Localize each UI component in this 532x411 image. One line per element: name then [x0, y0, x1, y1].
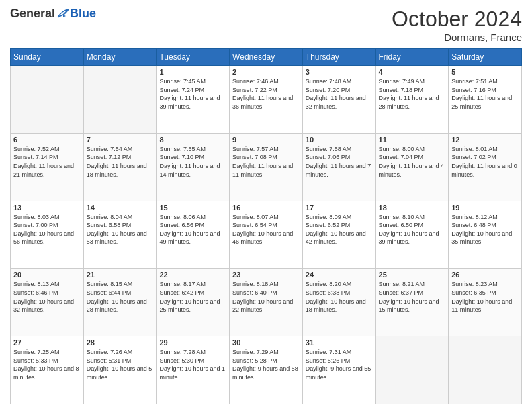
- day-number: 27: [13, 338, 81, 347]
- table-row: 11Sunrise: 8:00 AMSunset: 7:04 PMDayligh…: [375, 133, 449, 201]
- day-info: Sunrise: 7:45 AMSunset: 7:24 PMDaylight:…: [159, 77, 226, 111]
- col-saturday: Saturday: [449, 49, 522, 66]
- day-number: 19: [451, 203, 519, 212]
- calendar-header-row: Sunday Monday Tuesday Wednesday Thursday…: [11, 49, 522, 66]
- day-info: Sunrise: 8:03 AMSunset: 7:00 PMDaylight:…: [13, 213, 81, 246]
- day-number: 30: [232, 338, 300, 347]
- table-row: 21Sunrise: 8:15 AMSunset: 6:44 PMDayligh…: [83, 269, 157, 336]
- day-number: 3: [306, 68, 373, 76]
- day-info: Sunrise: 8:12 AMSunset: 6:48 PMDaylight:…: [451, 213, 519, 246]
- day-info: Sunrise: 7:54 AMSunset: 7:12 PMDaylight:…: [87, 145, 154, 179]
- table-row: 28Sunrise: 7:26 AMSunset: 5:31 PMDayligh…: [83, 336, 157, 404]
- day-number: 1: [159, 68, 226, 76]
- col-tuesday: Tuesday: [157, 49, 230, 66]
- day-info: Sunrise: 8:20 AMSunset: 6:38 PMDaylight:…: [306, 280, 373, 314]
- day-number: 18: [379, 203, 446, 212]
- day-info: Sunrise: 8:07 AMSunset: 6:54 PMDaylight:…: [232, 213, 300, 246]
- table-row: 1Sunrise: 7:45 AMSunset: 7:24 PMDaylight…: [157, 66, 230, 134]
- day-number: 29: [159, 338, 226, 347]
- day-info: Sunrise: 8:13 AMSunset: 6:46 PMDaylight:…: [13, 280, 81, 314]
- day-info: Sunrise: 8:23 AMSunset: 6:35 PMDaylight:…: [451, 280, 519, 314]
- table-row: 30Sunrise: 7:29 AMSunset: 5:28 PMDayligh…: [230, 336, 303, 404]
- day-info: Sunrise: 7:28 AMSunset: 5:30 PMDaylight:…: [159, 348, 226, 381]
- table-row: 5Sunrise: 7:51 AMSunset: 7:16 PMDaylight…: [449, 66, 522, 134]
- calendar-week-4: 20Sunrise: 8:13 AMSunset: 6:46 PMDayligh…: [11, 269, 522, 336]
- table-row: 12Sunrise: 8:01 AMSunset: 7:02 PMDayligh…: [449, 133, 522, 201]
- table-row: 23Sunrise: 8:18 AMSunset: 6:40 PMDayligh…: [230, 269, 303, 336]
- table-row: 10Sunrise: 7:58 AMSunset: 7:06 PMDayligh…: [302, 133, 375, 201]
- day-number: 17: [306, 203, 373, 212]
- col-thursday: Thursday: [302, 49, 375, 66]
- day-info: Sunrise: 8:04 AMSunset: 6:58 PMDaylight:…: [87, 213, 154, 246]
- day-info: Sunrise: 7:25 AMSunset: 5:33 PMDaylight:…: [13, 348, 81, 381]
- day-number: 4: [379, 68, 446, 76]
- day-info: Sunrise: 7:46 AMSunset: 7:22 PMDaylight:…: [232, 77, 300, 111]
- location: Dormans, France: [392, 32, 522, 43]
- table-row: 18Sunrise: 8:10 AMSunset: 6:50 PMDayligh…: [375, 201, 449, 269]
- day-number: 8: [159, 136, 226, 144]
- col-sunday: Sunday: [11, 49, 84, 66]
- logo: General Blue: [10, 7, 96, 21]
- table-row: 14Sunrise: 8:04 AMSunset: 6:58 PMDayligh…: [83, 201, 157, 269]
- day-info: Sunrise: 7:58 AMSunset: 7:06 PMDaylight:…: [306, 145, 373, 179]
- calendar-week-3: 13Sunrise: 8:03 AMSunset: 7:00 PMDayligh…: [11, 201, 522, 269]
- day-number: 26: [451, 271, 519, 279]
- logo-bird-icon: [56, 8, 70, 20]
- day-info: Sunrise: 7:57 AMSunset: 7:08 PMDaylight:…: [232, 145, 300, 179]
- table-row: 25Sunrise: 8:21 AMSunset: 6:37 PMDayligh…: [375, 269, 449, 336]
- day-number: 11: [379, 136, 446, 144]
- table-row: 16Sunrise: 8:07 AMSunset: 6:54 PMDayligh…: [230, 201, 303, 269]
- day-info: Sunrise: 7:49 AMSunset: 7:18 PMDaylight:…: [379, 77, 446, 111]
- col-monday: Monday: [83, 49, 157, 66]
- month-title: October 2024: [392, 7, 522, 32]
- table-row: 3Sunrise: 7:48 AMSunset: 7:20 PMDaylight…: [302, 66, 375, 134]
- day-number: 16: [232, 203, 300, 212]
- day-info: Sunrise: 7:31 AMSunset: 5:26 PMDaylight:…: [306, 348, 373, 381]
- table-row: 29Sunrise: 7:28 AMSunset: 5:30 PMDayligh…: [157, 336, 230, 404]
- title-block: October 2024 Dormans, France: [392, 7, 522, 43]
- table-row: 26Sunrise: 8:23 AMSunset: 6:35 PMDayligh…: [449, 269, 522, 336]
- day-number: 12: [451, 136, 519, 144]
- day-number: 9: [232, 136, 300, 144]
- day-number: 5: [451, 68, 519, 76]
- day-number: 14: [87, 203, 154, 212]
- day-info: Sunrise: 8:17 AMSunset: 6:42 PMDaylight:…: [159, 280, 226, 314]
- table-row: 9Sunrise: 7:57 AMSunset: 7:08 PMDaylight…: [230, 133, 303, 201]
- table-row: [11, 66, 84, 134]
- day-number: 21: [87, 271, 154, 279]
- table-row: 17Sunrise: 8:09 AMSunset: 6:52 PMDayligh…: [302, 201, 375, 269]
- calendar-week-1: 1Sunrise: 7:45 AMSunset: 7:24 PMDaylight…: [11, 66, 522, 134]
- day-info: Sunrise: 8:01 AMSunset: 7:02 PMDaylight:…: [451, 145, 519, 179]
- day-number: 7: [87, 136, 154, 144]
- day-info: Sunrise: 7:48 AMSunset: 7:20 PMDaylight:…: [306, 77, 373, 111]
- table-row: 7Sunrise: 7:54 AMSunset: 7:12 PMDaylight…: [83, 133, 157, 201]
- day-info: Sunrise: 7:55 AMSunset: 7:10 PMDaylight:…: [159, 145, 226, 179]
- day-info: Sunrise: 8:15 AMSunset: 6:44 PMDaylight:…: [87, 280, 154, 314]
- day-info: Sunrise: 8:00 AMSunset: 7:04 PMDaylight:…: [379, 145, 446, 179]
- day-number: 22: [159, 271, 226, 279]
- day-info: Sunrise: 8:06 AMSunset: 6:56 PMDaylight:…: [159, 213, 226, 246]
- day-info: Sunrise: 7:52 AMSunset: 7:14 PMDaylight:…: [13, 145, 81, 179]
- col-friday: Friday: [375, 49, 449, 66]
- day-number: 13: [13, 203, 81, 212]
- calendar-week-2: 6Sunrise: 7:52 AMSunset: 7:14 PMDaylight…: [11, 133, 522, 201]
- page: General Blue October 2024 Dormans, Franc…: [0, 0, 532, 411]
- table-row: 2Sunrise: 7:46 AMSunset: 7:22 PMDaylight…: [230, 66, 303, 134]
- day-number: 10: [306, 136, 373, 144]
- table-row: 19Sunrise: 8:12 AMSunset: 6:48 PMDayligh…: [449, 201, 522, 269]
- day-info: Sunrise: 7:26 AMSunset: 5:31 PMDaylight:…: [87, 348, 154, 381]
- day-number: 25: [379, 271, 446, 279]
- table-row: 6Sunrise: 7:52 AMSunset: 7:14 PMDaylight…: [11, 133, 84, 201]
- day-info: Sunrise: 8:10 AMSunset: 6:50 PMDaylight:…: [379, 213, 446, 246]
- day-info: Sunrise: 8:09 AMSunset: 6:52 PMDaylight:…: [306, 213, 373, 246]
- calendar-table: Sunday Monday Tuesday Wednesday Thursday…: [10, 48, 522, 404]
- day-number: 31: [306, 338, 373, 347]
- header: General Blue October 2024 Dormans, Franc…: [10, 7, 522, 43]
- logo-blue: Blue: [70, 7, 96, 21]
- table-row: 24Sunrise: 8:20 AMSunset: 6:38 PMDayligh…: [302, 269, 375, 336]
- table-row: [83, 66, 157, 134]
- table-row: 8Sunrise: 7:55 AMSunset: 7:10 PMDaylight…: [157, 133, 230, 201]
- day-info: Sunrise: 7:29 AMSunset: 5:28 PMDaylight:…: [232, 348, 300, 381]
- day-number: 28: [87, 338, 154, 347]
- table-row: [375, 336, 449, 404]
